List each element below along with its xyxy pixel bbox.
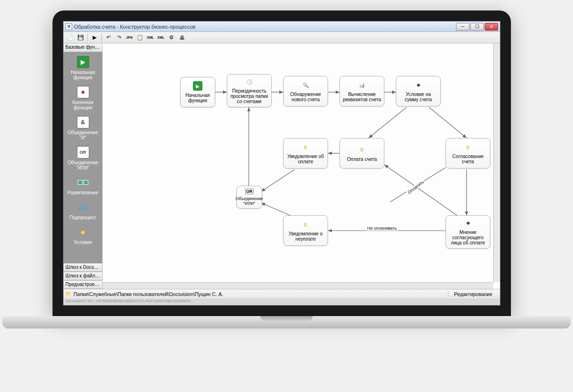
edge-label-pay: Оплатить — [406, 179, 426, 196]
subprocess-icon: ◫◫ — [77, 201, 89, 213]
node-notify-nopay[interactable]: 🗎 Уведомление о неуплате — [283, 215, 328, 246]
folder-icon: 📁 — [65, 291, 72, 297]
sidebar-header[interactable]: Базовые функц... — [64, 43, 102, 52]
vertical-scrollbar[interactable] — [493, 43, 500, 282]
task-icon: 🗎 — [463, 142, 473, 152]
window-buttons: ─ ☐ ✕ — [456, 23, 498, 31]
toolbar-separator — [101, 33, 102, 42]
node-label: Обнаружение нового счета — [286, 92, 326, 102]
save-icon[interactable]: 💾 — [76, 33, 85, 42]
canvas[interactable]: ▶ Начальная функция 🕒 Периодичность прос… — [104, 44, 493, 281]
node-label: Уведомление об оплате — [286, 154, 326, 164]
laptop-frame: ⊞ Обработка счета - Конструктор бизнес-п… — [53, 11, 511, 316]
node-period[interactable]: 🕒 Периодичность просмотра папки со счета… — [227, 74, 272, 107]
play-icon: ▶ — [77, 56, 89, 68]
edge-label-nopay: Не оплачивать — [366, 226, 398, 231]
task-icon: 🗎 — [301, 142, 310, 152]
toolbar-separator — [87, 33, 88, 42]
main-area: Базовые функц... ▶ Начальная функция ■ К… — [64, 43, 500, 289]
sidebar-gateway-files[interactable]: Шлюз к файлов ... — [64, 272, 102, 280]
node-calc[interactable]: 📊 Вычисление реквизитов счета — [340, 76, 384, 106]
svg-line-10 — [384, 165, 457, 215]
search-doc-icon: 🔍 — [301, 80, 310, 90]
svg-line-11 — [261, 170, 295, 191]
palette: ▶ Начальная функция ■ Конечная функция &… — [64, 52, 102, 263]
stop-icon: ■ — [77, 86, 89, 98]
node-label: Начальная функция — [182, 93, 213, 103]
palette-end-function[interactable]: ■ Конечная функция — [65, 84, 100, 114]
settings-icon[interactable]: ⚙ — [167, 33, 176, 42]
node-approve[interactable]: 🗎 Согласование счета — [446, 138, 490, 169]
canvas-wrap: ▶ Начальная функция 🕒 Периодичность прос… — [103, 43, 500, 289]
palette-and-join[interactable]: & Объединение "И" — [65, 114, 100, 144]
palette-or-join[interactable]: OR Объединение "ИЛИ" — [65, 144, 100, 174]
sidebar-gateway-docsvision[interactable]: Шлюз к Docsvis... — [64, 263, 102, 272]
export-jpg-icon[interactable]: JPG — [125, 33, 134, 42]
sidebar-footer: Шлюз к Docsvis... Шлюз к файлов ... Пред… — [64, 263, 102, 289]
task-icon: 🗎 — [357, 145, 367, 155]
status-path: Папки\Служебные\Папки пользователей\Docs… — [74, 291, 448, 297]
task-icon: 🗎 — [301, 220, 310, 229]
run-icon[interactable]: ▶ — [90, 33, 99, 42]
condition-icon: ◆ — [77, 226, 89, 238]
node-label: Мнение согласующего лица об оплате — [448, 230, 488, 245]
app-icon: ⊞ — [65, 23, 72, 30]
laptop-notch — [260, 316, 313, 321]
palette-subprocess[interactable]: ◫◫ Подпроцесс — [65, 199, 100, 224]
sidebar: Базовые функц... ▶ Начальная функция ■ К… — [64, 43, 103, 289]
close-button[interactable]: ✕ — [485, 23, 498, 31]
url-bar: vdv-live2017.81/.../%7B3EE54483-68D0-E71… — [64, 298, 500, 305]
node-label: Вычисление реквизитов счета — [342, 92, 382, 102]
or-icon: OR — [77, 146, 89, 159]
node-pay[interactable]: 🗎 Оплата счета — [340, 138, 384, 169]
or-icon: OR — [245, 189, 254, 194]
toolbar: 📄 💾 ▶ ↶ ↷ JPG 📋 XML XML ⚙ 🖶 — [64, 32, 500, 43]
export-xml-icon[interactable]: XML — [146, 33, 155, 42]
palette-condition[interactable]: ◆ Условие — [65, 224, 100, 249]
statusbar: 📁 Папки\Служебные\Папки пользователей\Do… — [64, 289, 500, 298]
split-icon — [77, 176, 89, 189]
minimize-button[interactable]: ─ — [456, 23, 469, 31]
node-label: Согласование счета — [448, 154, 488, 164]
node-label: Оплата счета — [347, 157, 377, 162]
app-window: ⊞ Обработка счета - Конструктор бизнес-п… — [63, 21, 500, 306]
import-xml-icon[interactable]: XML — [156, 33, 166, 42]
node-opinion[interactable]: ❖ Мнение согласующего лица об оплате — [446, 215, 490, 249]
play-icon: ▶ — [193, 81, 202, 91]
palette-start-function[interactable]: ▶ Начальная функция — [65, 54, 100, 84]
clock-icon: 🕒 — [244, 77, 254, 86]
and-icon: & — [77, 116, 89, 128]
node-start[interactable]: ▶ Начальная функция — [180, 77, 215, 107]
node-or-join[interactable]: OR Объединение "ИЛИ" — [236, 186, 262, 209]
redo-icon[interactable]: ↷ — [114, 33, 124, 42]
node-label: Объединение "ИЛИ" — [235, 196, 263, 206]
condition-icon: ❖ — [414, 80, 423, 90]
node-label: Уведомление о неуплате — [286, 231, 326, 242]
node-condition-sum[interactable]: ❖ Условие на сумму счета — [396, 76, 441, 106]
undo-icon[interactable]: ↶ — [104, 33, 113, 42]
titlebar: ⊞ Обработка счета - Конструктор бизнес-п… — [64, 21, 500, 32]
new-icon[interactable]: 📄 — [65, 33, 75, 42]
condition-icon: ❖ — [463, 219, 473, 228]
node-label: Условие на сумму счета — [398, 92, 438, 102]
calc-icon: 📊 — [357, 80, 367, 90]
print-icon[interactable]: 🖶 — [177, 33, 187, 42]
window-title: Обработка счета - Конструктор бизнес-про… — [74, 24, 456, 30]
status-mode: Редактирование — [448, 291, 498, 297]
horizontal-scrollbar[interactable] — [103, 282, 493, 289]
node-detect[interactable]: 🔍 Обнаружение нового счета — [283, 76, 328, 106]
doc-icon[interactable]: 📋 — [135, 33, 145, 42]
svg-line-5 — [429, 107, 467, 138]
palette-split[interactable]: Разветвление — [65, 174, 100, 199]
svg-line-4 — [369, 107, 406, 138]
sidebar-preconfigured[interactable]: Преднастроенн... — [64, 280, 102, 289]
node-notify-pay[interactable]: 🗎 Уведомление об оплате — [283, 138, 328, 169]
maximize-button[interactable]: ☐ — [470, 23, 484, 31]
node-label: Периодичность просмотра папки со счетами — [229, 88, 269, 104]
